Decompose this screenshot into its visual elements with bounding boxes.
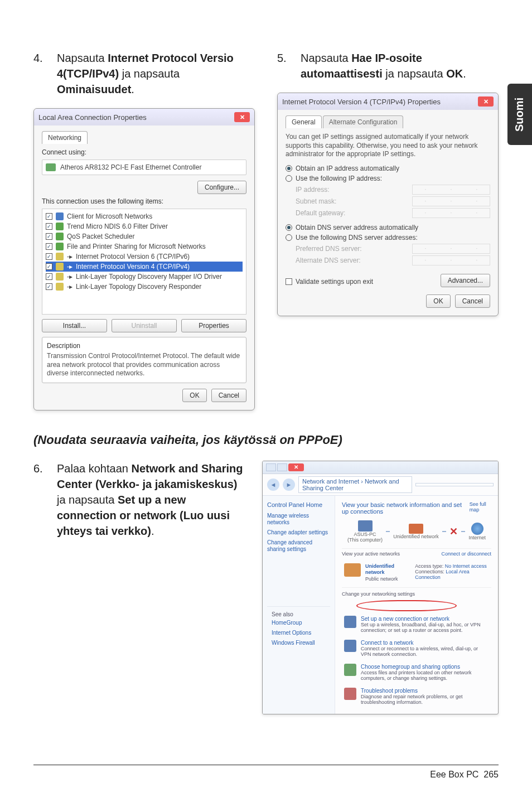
option-setup-new-connection[interactable]: Set up a new connection or networkSet up… bbox=[342, 612, 491, 636]
see-also-link[interactable]: HomeGroup bbox=[272, 620, 326, 626]
items-label: This connection uses the following items… bbox=[42, 197, 246, 205]
see-also-link[interactable]: Windows Firewall bbox=[272, 640, 326, 646]
connect-disconnect-link[interactable]: Connect or disconnect bbox=[441, 551, 491, 557]
radio-icon bbox=[286, 175, 292, 182]
page-footer: Eee Box PC 265 bbox=[33, 765, 499, 780]
close-icon[interactable]: ✕ bbox=[288, 463, 304, 471]
list-item[interactable]: ✓-▸ Link-Layer Topology Discovery Respon… bbox=[46, 282, 243, 292]
back-icon[interactable]: ◄ bbox=[267, 479, 279, 491]
list-item-selected[interactable]: ✓-▸ Internet Protocol Version 4 (TCP/IPv… bbox=[46, 262, 243, 272]
list-item[interactable]: ✓File and Printer Sharing for Microsoft … bbox=[46, 241, 243, 252]
network-items-list[interactable]: ✓Client for Microsoft Networks ✓Trend Mi… bbox=[42, 209, 246, 315]
gateway-field: ··· bbox=[412, 208, 490, 218]
radio-icon bbox=[286, 234, 292, 241]
nic-icon bbox=[46, 163, 56, 171]
dialog-title: Local Area Connection Properties bbox=[38, 113, 147, 122]
maximize-icon[interactable] bbox=[277, 463, 287, 471]
search-input[interactable] bbox=[415, 483, 494, 486]
sidebar-link[interactable]: Change advanced sharing settings bbox=[267, 539, 330, 553]
network-map: ASUS-PC(This computer) Unidentified netw… bbox=[342, 520, 491, 549]
router-icon bbox=[409, 524, 423, 534]
list-item[interactable]: ✓-▸ Link-Layer Topology Discovery Mapper… bbox=[46, 272, 243, 282]
option-troubleshoot[interactable]: Troubleshoot problemsDiagnose and repair… bbox=[342, 684, 491, 708]
ip-address-field: ··· bbox=[412, 185, 490, 195]
dialog-title: Internet Protocol Version 4 (TCP/IPv4) P… bbox=[282, 98, 441, 106]
troubleshoot-icon bbox=[344, 688, 356, 700]
step-6: 6. Palaa kohtaan Network and Sharing Cen… bbox=[33, 461, 245, 539]
see-full-map-link[interactable]: See full map bbox=[470, 501, 491, 520]
step-5-number: 5. bbox=[277, 50, 291, 66]
setup-connection-icon bbox=[344, 616, 356, 628]
tab-general[interactable]: General bbox=[286, 115, 322, 128]
close-icon[interactable]: ✕ bbox=[478, 96, 494, 107]
step-4-text: Napsauta Internet Protocol Versio 4(TCP/… bbox=[57, 50, 255, 97]
subnet-field: ··· bbox=[412, 196, 490, 206]
radio-dns-auto[interactable]: Obtain DNS server address automatically bbox=[286, 224, 490, 231]
list-item[interactable]: ✓Client for Microsoft Networks bbox=[46, 211, 243, 221]
option-homegroup[interactable]: Choose homegroup and sharing optionsAcce… bbox=[342, 660, 491, 684]
step-5-text: Napsauta Hae IP-osoite automaattisesti j… bbox=[301, 50, 499, 81]
tab-alternate[interactable]: Alternate Configuration bbox=[323, 115, 404, 128]
configure-button[interactable]: Configure... bbox=[197, 181, 246, 194]
homegroup-icon bbox=[344, 664, 356, 676]
list-item[interactable]: ✓-▸ Internet Protocol Version 6 (TCP/IPv… bbox=[46, 252, 243, 262]
option-connect-network[interactable]: Connect to a networkConnect or reconnect… bbox=[342, 636, 491, 660]
pc-icon bbox=[358, 520, 373, 532]
minimize-icon[interactable] bbox=[266, 463, 276, 471]
radio-icon bbox=[286, 165, 292, 172]
pref-dns-field: ··· bbox=[412, 244, 490, 254]
radio-ip-auto[interactable]: Obtain an IP address automatically bbox=[286, 165, 490, 172]
network-icon bbox=[344, 563, 361, 577]
description-box: Description Transmission Control Protoco… bbox=[42, 337, 246, 383]
ipv4-properties-dialog: Internet Protocol Version 4 (TCP/IPv4) P… bbox=[277, 93, 499, 316]
ok-button[interactable]: OK bbox=[426, 294, 450, 308]
install-button[interactable]: Install... bbox=[42, 319, 107, 332]
cancel-button[interactable]: Cancel bbox=[455, 294, 490, 308]
radio-icon bbox=[286, 224, 292, 231]
sidebar-link[interactable]: Change adapter settings bbox=[267, 529, 330, 536]
validate-checkbox[interactable]: Validate settings upon exit bbox=[286, 278, 373, 286]
language-tab-label: Suomi bbox=[514, 97, 526, 131]
sidebar-link[interactable]: Manage wireless networks bbox=[267, 513, 330, 526]
tab-networking[interactable]: Networking bbox=[42, 131, 88, 144]
connect-using-label: Connect using: bbox=[42, 148, 246, 156]
connect-network-icon bbox=[344, 640, 356, 652]
alt-dns-field: ··· bbox=[412, 255, 490, 265]
step-6-number: 6. bbox=[33, 461, 47, 476]
language-tab: Suomi bbox=[507, 84, 532, 145]
side-header: Control Panel Home bbox=[267, 501, 330, 508]
properties-button[interactable]: Properties bbox=[181, 319, 246, 332]
ok-button[interactable]: OK bbox=[182, 389, 206, 402]
list-item[interactable]: ✓QoS Packet Scheduler bbox=[46, 231, 243, 241]
list-item[interactable]: ✓Trend Micro NDIS 6.0 Filter Driver bbox=[46, 221, 243, 231]
uninstall-button[interactable]: Uninstall bbox=[112, 319, 177, 332]
red-callout-circle bbox=[356, 600, 457, 611]
connection-properties-dialog: Local Area Connection Properties ✕ Netwo… bbox=[33, 108, 255, 410]
breadcrumb: ◄ ► Network and Internet › Network and S… bbox=[263, 474, 498, 496]
radio-dns-manual[interactable]: Use the following DNS server addresses: bbox=[286, 234, 490, 241]
forward-icon[interactable]: ► bbox=[283, 479, 295, 491]
adapter-field: Atheros AR8132 PCI-E Fast Ethernet Contr… bbox=[42, 160, 246, 175]
step-6-text: Palaa kohtaan Network and Sharing Center… bbox=[57, 461, 245, 539]
step-5: 5. Napsauta Hae IP-osoite automaattisest… bbox=[277, 50, 499, 81]
main-header: View your basic network information and … bbox=[342, 501, 470, 515]
step-4-number: 4. bbox=[33, 50, 47, 66]
no-connection-icon: ✕ bbox=[449, 525, 458, 538]
network-sharing-center-window: ✕ ◄ ► Network and Internet › Network and… bbox=[262, 461, 499, 714]
pppoe-heading: (Noudata seuraavia vaiheita, jos käytöss… bbox=[33, 433, 499, 447]
checkbox-icon bbox=[286, 278, 292, 285]
step-4: 4. Napsauta Internet Protocol Versio 4(T… bbox=[33, 50, 255, 97]
globe-icon bbox=[471, 523, 483, 535]
advanced-button[interactable]: Advanced... bbox=[441, 274, 490, 287]
active-network-block: Unidentified network Public network Acce… bbox=[342, 559, 491, 588]
cancel-button[interactable]: Cancel bbox=[211, 389, 246, 402]
ipv4-intro: You can get IP settings assigned automat… bbox=[286, 133, 490, 159]
radio-ip-manual[interactable]: Use the following IP address: bbox=[286, 175, 490, 182]
see-also-link[interactable]: Internet Options bbox=[272, 630, 326, 636]
close-icon[interactable]: ✕ bbox=[234, 112, 250, 122]
